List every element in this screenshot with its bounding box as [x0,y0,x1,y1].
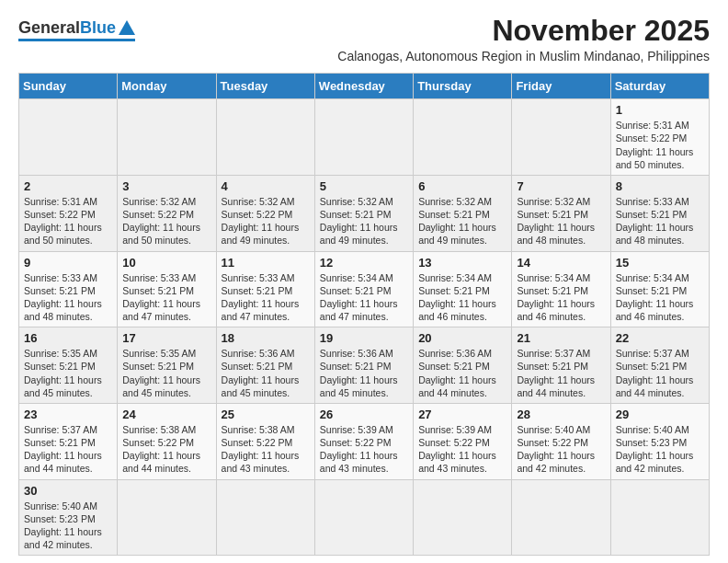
calendar-cell [216,99,314,176]
day-info: Sunrise: 5:40 AM Sunset: 5:23 PM Dayligh… [616,423,704,476]
day-number: 13 [418,256,506,270]
day-number: 12 [320,256,408,270]
calendar-cell [610,479,709,556]
calendar-cell: 18Sunrise: 5:36 AM Sunset: 5:21 PM Dayli… [216,327,314,404]
calendar-cell: 27Sunrise: 5:39 AM Sunset: 5:22 PM Dayli… [414,403,512,479]
weekday-header-wednesday: Wednesday [314,74,413,99]
day-info: Sunrise: 5:37 AM Sunset: 5:21 PM Dayligh… [517,347,605,399]
day-number: 24 [122,408,210,421]
calendar-cell [118,479,216,556]
calendar-cell: 22Sunrise: 5:37 AM Sunset: 5:21 PM Dayli… [610,327,709,404]
day-number: 9 [24,256,112,270]
day-info: Sunrise: 5:33 AM Sunset: 5:21 PM Dayligh… [222,271,310,324]
weekday-header-tuesday: Tuesday [216,74,314,99]
calendar-cell: 10Sunrise: 5:33 AM Sunset: 5:21 PM Dayli… [118,251,216,327]
calendar-week-row-5: 23Sunrise: 5:37 AM Sunset: 5:21 PM Dayli… [19,403,710,479]
calendar-cell: 9Sunrise: 5:33 AM Sunset: 5:21 PM Daylig… [19,251,118,327]
calendar-cell: 13Sunrise: 5:34 AM Sunset: 5:21 PM Dayli… [414,251,512,327]
day-number: 11 [222,256,310,270]
day-number: 23 [24,408,112,421]
day-number: 18 [222,331,310,345]
day-number: 25 [222,408,310,421]
day-number: 1 [616,103,704,117]
calendar-cell: 17Sunrise: 5:35 AM Sunset: 5:21 PM Dayli… [118,327,216,404]
day-info: Sunrise: 5:37 AM Sunset: 5:21 PM Dayligh… [24,423,112,476]
calendar-cell: 11Sunrise: 5:33 AM Sunset: 5:21 PM Dayli… [216,251,314,327]
calendar-cell [118,99,216,176]
day-number: 4 [222,179,310,193]
calendar-cell: 26Sunrise: 5:39 AM Sunset: 5:22 PM Dayli… [314,403,413,479]
calendar-table: SundayMondayTuesdayWednesdayThursdayFrid… [18,73,710,556]
day-info: Sunrise: 5:33 AM Sunset: 5:21 PM Dayligh… [24,271,112,324]
day-number: 22 [616,331,704,345]
calendar-cell [314,479,413,556]
calendar-cell: 8Sunrise: 5:33 AM Sunset: 5:21 PM Daylig… [610,175,709,251]
day-number: 28 [517,408,605,421]
day-info: Sunrise: 5:34 AM Sunset: 5:21 PM Dayligh… [320,271,408,324]
day-info: Sunrise: 5:32 AM Sunset: 5:21 PM Dayligh… [320,195,408,247]
logo-general-text: General [18,18,80,38]
month-year-title: November 2025 [154,15,710,47]
day-number: 30 [24,484,112,498]
weekday-header-row: SundayMondayTuesdayWednesdayThursdayFrid… [19,74,710,99]
day-info: Sunrise: 5:35 AM Sunset: 5:21 PM Dayligh… [24,347,112,399]
calendar-cell: 6Sunrise: 5:32 AM Sunset: 5:21 PM Daylig… [414,175,512,251]
day-info: Sunrise: 5:31 AM Sunset: 5:22 PM Dayligh… [24,195,112,247]
day-info: Sunrise: 5:33 AM Sunset: 5:21 PM Dayligh… [122,271,210,324]
day-number: 7 [517,179,605,193]
calendar-cell [512,479,610,556]
logo: General Blue [18,18,135,41]
calendar-cell: 30Sunrise: 5:40 AM Sunset: 5:23 PM Dayli… [19,479,118,556]
calendar-cell: 29Sunrise: 5:40 AM Sunset: 5:23 PM Dayli… [610,403,709,479]
calendar-cell: 4Sunrise: 5:32 AM Sunset: 5:22 PM Daylig… [216,175,314,251]
logo-triangle-icon [119,20,135,35]
day-info: Sunrise: 5:39 AM Sunset: 5:22 PM Dayligh… [320,423,408,476]
day-info: Sunrise: 5:36 AM Sunset: 5:21 PM Dayligh… [222,347,310,399]
calendar-cell: 3Sunrise: 5:32 AM Sunset: 5:22 PM Daylig… [118,175,216,251]
calendar-week-row-3: 9Sunrise: 5:33 AM Sunset: 5:21 PM Daylig… [19,251,710,327]
calendar-cell [414,479,512,556]
calendar-cell: 7Sunrise: 5:32 AM Sunset: 5:21 PM Daylig… [512,175,610,251]
calendar-cell: 12Sunrise: 5:34 AM Sunset: 5:21 PM Dayli… [314,251,413,327]
weekday-header-friday: Friday [512,74,610,99]
day-info: Sunrise: 5:36 AM Sunset: 5:21 PM Dayligh… [418,347,506,399]
weekday-header-saturday: Saturday [610,74,709,99]
calendar-cell: 14Sunrise: 5:34 AM Sunset: 5:21 PM Dayli… [512,251,610,327]
day-number: 20 [418,331,506,345]
calendar-week-row-1: 1Sunrise: 5:31 AM Sunset: 5:22 PM Daylig… [19,99,710,176]
calendar-week-row-2: 2Sunrise: 5:31 AM Sunset: 5:22 PM Daylig… [19,175,710,251]
day-number: 21 [517,331,605,345]
weekday-header-thursday: Thursday [414,74,512,99]
calendar-cell: 23Sunrise: 5:37 AM Sunset: 5:21 PM Dayli… [19,403,118,479]
calendar-cell: 25Sunrise: 5:38 AM Sunset: 5:22 PM Dayli… [216,403,314,479]
calendar-cell: 1Sunrise: 5:31 AM Sunset: 5:22 PM Daylig… [610,99,709,176]
calendar-cell [19,99,118,176]
day-info: Sunrise: 5:34 AM Sunset: 5:21 PM Dayligh… [517,271,605,324]
day-number: 6 [418,179,506,193]
day-info: Sunrise: 5:32 AM Sunset: 5:22 PM Dayligh… [122,195,210,247]
calendar-cell: 24Sunrise: 5:38 AM Sunset: 5:22 PM Dayli… [118,403,216,479]
day-number: 29 [616,408,704,421]
day-info: Sunrise: 5:35 AM Sunset: 5:21 PM Dayligh… [122,347,210,399]
calendar-cell: 20Sunrise: 5:36 AM Sunset: 5:21 PM Dayli… [414,327,512,404]
day-number: 26 [320,408,408,421]
day-info: Sunrise: 5:40 AM Sunset: 5:22 PM Dayligh… [517,423,605,476]
calendar-week-row-4: 16Sunrise: 5:35 AM Sunset: 5:21 PM Dayli… [19,327,710,404]
day-number: 8 [616,179,704,193]
day-number: 2 [24,179,112,193]
day-info: Sunrise: 5:33 AM Sunset: 5:21 PM Dayligh… [616,195,704,247]
page-header: General Blue November 2025 Calanogas, Au… [18,15,710,63]
day-number: 19 [320,331,408,345]
day-info: Sunrise: 5:37 AM Sunset: 5:21 PM Dayligh… [616,347,704,399]
day-info: Sunrise: 5:36 AM Sunset: 5:21 PM Dayligh… [320,347,408,399]
calendar-week-row-6: 30Sunrise: 5:40 AM Sunset: 5:23 PM Dayli… [19,479,710,556]
day-number: 14 [517,256,605,270]
day-info: Sunrise: 5:39 AM Sunset: 5:22 PM Dayligh… [418,423,506,476]
day-info: Sunrise: 5:38 AM Sunset: 5:22 PM Dayligh… [122,423,210,476]
day-info: Sunrise: 5:40 AM Sunset: 5:23 PM Dayligh… [24,500,112,552]
calendar-cell: 16Sunrise: 5:35 AM Sunset: 5:21 PM Dayli… [19,327,118,404]
calendar-cell: 2Sunrise: 5:31 AM Sunset: 5:22 PM Daylig… [19,175,118,251]
calendar-cell [512,99,610,176]
calendar-cell: 19Sunrise: 5:36 AM Sunset: 5:21 PM Dayli… [314,327,413,404]
calendar-cell [414,99,512,176]
